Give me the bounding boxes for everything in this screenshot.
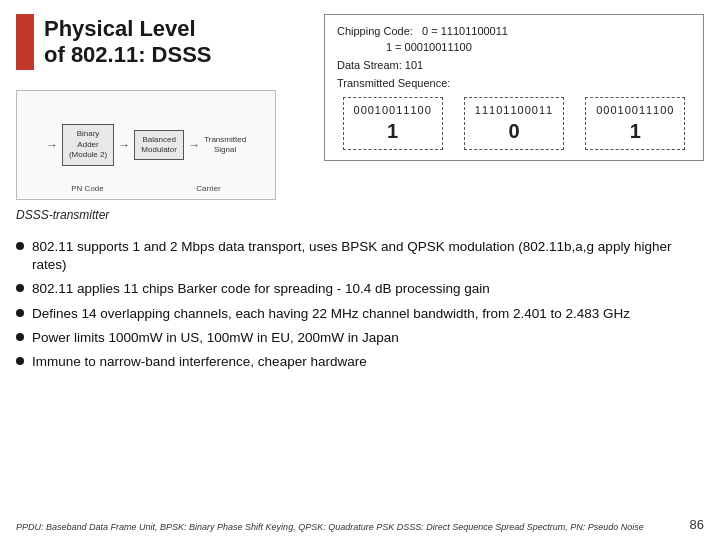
pn-label: PN Code bbox=[71, 184, 103, 193]
bullet-text-3: Power limits 1000mW in US, 100mW in EU, … bbox=[32, 329, 399, 347]
bullet-dot-0 bbox=[16, 242, 24, 250]
bullet-text-2: Defines 14 overlapping channels, each ha… bbox=[32, 305, 630, 323]
binary-adder-box: BinaryAdder(Module 2) bbox=[62, 124, 114, 165]
bullet-dot-1 bbox=[16, 284, 24, 292]
arrow1: → bbox=[46, 138, 58, 152]
balanced-mod-box: BalancedModulator bbox=[134, 130, 184, 161]
chip-box-0: 00010011100 1 bbox=[343, 97, 443, 150]
title-block: Physical Level of 802.11: DSSS bbox=[16, 14, 212, 70]
footer-text: PPDU: Baseband Data Frame Unit, BPSK: Bi… bbox=[16, 522, 670, 532]
bullet-text-0: 802.11 supports 1 and 2 Mbps data transp… bbox=[32, 238, 704, 274]
dsss-diagram-box: Chipping Code: 0 = 11101100011 1 = 00010… bbox=[324, 14, 704, 161]
balanced-mod-col: BalancedModulator bbox=[134, 130, 184, 161]
bullet-dot-3 bbox=[16, 333, 24, 341]
carrier-label: Carrier bbox=[196, 184, 220, 193]
bullet-item-2: Defines 14 overlapping channels, each ha… bbox=[16, 305, 704, 323]
chipping-code-row: Chipping Code: 0 = 11101100011 bbox=[337, 25, 691, 37]
bullet-item-4: Immune to narrow-band interference, chea… bbox=[16, 353, 704, 371]
bullet-text-1: 802.11 applies 11 chips Barker code for … bbox=[32, 280, 490, 298]
tx-inner: → BinaryAdder(Module 2) → BalancedModula… bbox=[46, 124, 246, 165]
page-title: Physical Level of 802.11: DSSS bbox=[44, 16, 212, 69]
bullet-dot-2 bbox=[16, 309, 24, 317]
page-number: 86 bbox=[690, 517, 704, 532]
dsss-caption: DSSS-transmitter bbox=[16, 208, 109, 222]
chipping-code-row2: 1 = 00010011100 bbox=[337, 41, 691, 53]
bullet-item-1: 802.11 applies 11 chips Barker code for … bbox=[16, 280, 704, 298]
signal-col: TransmittedSignal bbox=[204, 135, 246, 156]
bullet-item-0: 802.11 supports 1 and 2 Mbps data transp… bbox=[16, 238, 704, 274]
transmitted-boxes: 00010011100 1 11101100011 0 00010011100 … bbox=[337, 97, 691, 150]
bullets-section: 802.11 supports 1 and 2 Mbps data transp… bbox=[16, 238, 704, 377]
bullet-item-3: Power limits 1000mW in US, 100mW in EU, … bbox=[16, 329, 704, 347]
transmitter-diagram: → BinaryAdder(Module 2) → BalancedModula… bbox=[16, 90, 276, 200]
bullet-text-4: Immune to narrow-band interference, chea… bbox=[32, 353, 367, 371]
chip-box-1: 11101100011 0 bbox=[464, 97, 564, 150]
binary-adder-col: BinaryAdder(Module 2) bbox=[62, 124, 114, 165]
arrow2: → bbox=[118, 138, 130, 152]
bullet-dot-4 bbox=[16, 357, 24, 365]
tx-bottom-labels: PN Code Carrier bbox=[17, 184, 275, 193]
title-accent bbox=[16, 14, 34, 70]
transmitted-section: Transmitted Sequence: 00010011100 1 1110… bbox=[337, 77, 691, 150]
chip-box-2: 00010011100 1 bbox=[585, 97, 685, 150]
data-stream-row: Data Stream: 101 bbox=[337, 59, 691, 71]
transmitted-label: Transmitted Sequence: bbox=[337, 77, 691, 89]
arrow3: → bbox=[188, 138, 200, 152]
